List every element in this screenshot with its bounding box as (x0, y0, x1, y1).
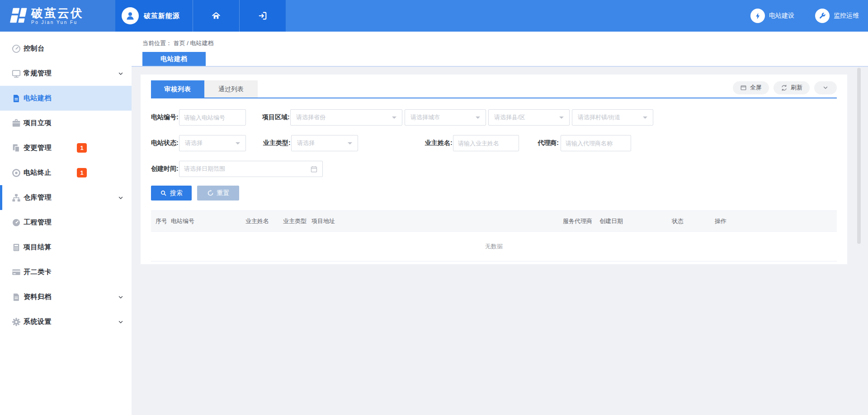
sitemap-icon (11, 193, 22, 203)
sidebar-item-project-initiation[interactable]: 项目立项 (0, 111, 132, 135)
city-select[interactable]: 请选择城市 (405, 109, 486, 126)
pojian-logo-icon (6, 7, 27, 25)
record-icon (11, 168, 22, 178)
refresh-button[interactable]: 刷新 (774, 81, 810, 94)
filter-actions: 搜索 重置 (151, 186, 837, 201)
filter-row-1: 电站编号: 项目区域: 请选择省份 请选择城市 请选择县/区 请选择村镇/街道 (151, 109, 837, 126)
archive-icon (11, 292, 22, 302)
chevron-down-icon (822, 84, 829, 91)
topbar: 破茧云伏 Po Jian Yun Fu 破茧新能源 电站建设 (0, 0, 868, 32)
panel-tabs: 审核列表 通过列表 全屏 刷新 (151, 80, 837, 98)
topbar-right: 电站建设 监控运维 (286, 0, 868, 32)
table-header-cell: 业主类型 (278, 217, 307, 225)
signin-icon (258, 11, 268, 21)
tab-review-list[interactable]: 审核列表 (151, 80, 204, 98)
agent-label: 代理商: (536, 139, 559, 147)
table-header-cell: 操作 (710, 217, 837, 225)
province-select[interactable]: 请选择省份 (290, 109, 402, 126)
file-icon (11, 93, 22, 103)
caret-down-icon (392, 117, 396, 121)
topnav: 破茧新能源 (115, 0, 286, 32)
owner-name-input[interactable] (453, 135, 519, 151)
monitor-icon (11, 69, 22, 79)
brand-subtitle: Po Jian Yun Fu (31, 20, 84, 25)
home-button[interactable] (193, 0, 239, 32)
collapse-toolbar-button[interactable] (814, 81, 837, 94)
page-header: 当前位置： 首页 / 电站建档 电站建档 (132, 32, 868, 67)
gear-icon (11, 317, 22, 327)
caret-down-icon (559, 117, 564, 121)
tab-passed-list[interactable]: 通过列表 (204, 80, 258, 98)
bolt-icon (750, 9, 765, 23)
breadcrumb: 当前位置： 首页 / 电站建档 (142, 37, 868, 49)
copy-icon (11, 143, 22, 153)
breadcrumb-current: 电站建档 (190, 40, 214, 47)
village-select[interactable]: 请选择村镇/街道 (572, 109, 653, 126)
table-header-cell: 状态 (667, 217, 710, 225)
station-construction-label: 电站建设 (769, 12, 794, 20)
page-scrollbar[interactable] (857, 68, 861, 244)
reset-icon (207, 190, 214, 196)
filter-row-3: 创建时间: 请选择日期范围 (151, 161, 837, 177)
table-header: 序号 电站编号 业主姓名 业主类型 项目地址 服务代理商 创建日期 状态 操作 (151, 210, 837, 232)
calculator-icon (11, 242, 22, 252)
caret-down-icon (236, 142, 240, 147)
owner-type-select[interactable]: 请选择 (291, 135, 358, 151)
sidebar-item-console[interactable]: 控制台 (0, 36, 132, 61)
gauge-icon (11, 218, 22, 228)
sidebar-item-engineering-mgmt[interactable]: 工程管理 (0, 210, 132, 235)
monitoring-ops-label: 监控运维 (834, 12, 859, 20)
chevron-down-icon (118, 319, 124, 325)
table-header-cell: 创建日期 (595, 217, 667, 225)
content-area: 当前位置： 首页 / 电站建档 电站建档 审核列表 通过列表 全屏 (132, 32, 868, 415)
dashboard-icon (11, 44, 22, 54)
user-menu[interactable]: 破茧新能源 (115, 0, 193, 32)
county-select[interactable]: 请选择县/区 (488, 109, 570, 126)
date-range-input[interactable]: 请选择日期范围 (179, 161, 323, 177)
calendar-icon (310, 165, 318, 173)
caret-down-icon (348, 142, 352, 147)
station-status-label: 电站状态: (151, 139, 177, 147)
chevron-down-icon (118, 195, 124, 201)
sidebar-item-general-mgmt[interactable]: 常规管理 (0, 61, 132, 86)
sidebar-item-station-termination[interactable]: 电站终止 1 (0, 160, 132, 185)
station-construction-link[interactable]: 电站建设 (750, 9, 794, 23)
table-header-cell: 服务代理商 (558, 217, 595, 225)
sidebar-item-project-settlement[interactable]: 项目结算 (0, 235, 132, 260)
fullscreen-icon (740, 84, 747, 91)
chevron-down-icon (118, 70, 124, 77)
sidebar-item-data-archive[interactable]: 资料归档 (0, 284, 132, 309)
breadcrumb-home-link[interactable]: 首页 (174, 40, 185, 47)
sidebar-item-station-filing[interactable]: 电站建档 (0, 86, 132, 111)
chevron-down-icon (118, 294, 124, 300)
monitoring-ops-link[interactable]: 监控运维 (815, 9, 859, 23)
fullscreen-button[interactable]: 全屏 (733, 81, 769, 94)
search-button[interactable]: 搜索 (151, 186, 192, 201)
agent-input[interactable] (561, 135, 631, 151)
brand-logo: 破茧云伏 Po Jian Yun Fu (0, 0, 115, 32)
filter-row-2: 电站状态: 请选择 业主类型: 请选择 业主姓名: 代理商: (151, 135, 837, 151)
page-tab-station-filing[interactable]: 电站建档 (142, 52, 206, 66)
results-table: 序号 电站编号 业主姓名 业主类型 项目地址 服务代理商 创建日期 状态 操作 … (151, 210, 837, 261)
company-name: 破茧新能源 (144, 12, 180, 20)
station-no-input[interactable] (179, 109, 246, 126)
main-panel: 审核列表 通过列表 全屏 刷新 (141, 75, 847, 264)
user-avatar-icon (122, 7, 139, 24)
sidebar: 控制台 常规管理 电站建档 项目立项 (0, 32, 132, 415)
home-icon (211, 11, 221, 21)
reset-button[interactable]: 重置 (197, 186, 239, 201)
created-time-label: 创建时间: (151, 165, 177, 173)
refresh-icon (781, 84, 788, 91)
card-icon (11, 267, 22, 277)
table-header-cell: 序号 (151, 217, 166, 225)
wrench-icon (815, 9, 830, 23)
caret-down-icon (476, 117, 480, 121)
notification-badge: 1 (77, 168, 87, 177)
owner-type-label: 业主类型: (263, 139, 289, 147)
station-status-select[interactable]: 请选择 (179, 135, 246, 151)
signin-button[interactable] (239, 0, 286, 32)
sidebar-item-change-mgmt[interactable]: 变更管理 1 (0, 135, 132, 160)
sidebar-item-type2-card[interactable]: 开二类卡 (0, 260, 132, 284)
sidebar-item-system-settings[interactable]: 系统设置 (0, 309, 132, 334)
sidebar-item-warehouse-mgmt[interactable]: 仓库管理 (0, 185, 132, 210)
